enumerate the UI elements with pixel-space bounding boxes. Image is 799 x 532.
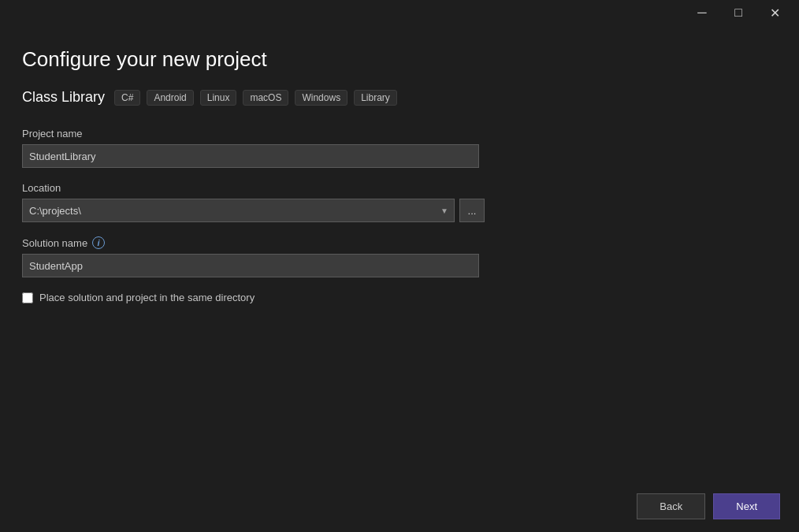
info-icon: i: [92, 236, 105, 249]
location-select[interactable]: C:\projects\: [22, 199, 455, 222]
project-type-name: Class Library: [22, 89, 105, 106]
same-dir-checkbox[interactable]: [22, 292, 33, 303]
title-bar: ─ □ ✕: [0, 0, 799, 25]
tag-macos: macOS: [243, 90, 288, 106]
next-button[interactable]: Next: [713, 493, 780, 519]
tag-csharp: C#: [114, 90, 140, 106]
minimize-button[interactable]: ─: [684, 0, 720, 25]
location-row: C:\projects\ ▼ ...: [22, 199, 777, 222]
same-dir-label: Place solution and project in the same d…: [39, 292, 255, 303]
solution-name-input[interactable]: [22, 254, 479, 277]
main-content: Configure your new project Class Library…: [0, 25, 799, 326]
tag-windows: Windows: [295, 90, 347, 106]
solution-name-group: Solution name i: [22, 236, 777, 277]
back-button[interactable]: Back: [637, 493, 705, 519]
tag-library: Library: [354, 90, 397, 106]
project-name-input[interactable]: [22, 144, 479, 168]
tag-android: Android: [147, 90, 193, 106]
project-type-row: Class Library C# Android Linux macOS Win…: [22, 89, 777, 106]
project-name-label: Project name: [22, 128, 777, 140]
browse-button[interactable]: ...: [459, 199, 485, 222]
location-select-wrapper: C:\projects\ ▼: [22, 199, 455, 222]
location-label: Location: [22, 182, 777, 194]
footer: Back Next: [0, 481, 799, 532]
project-name-group: Project name: [22, 128, 777, 168]
page-title: Configure your new project: [22, 47, 777, 72]
location-group: Location C:\projects\ ▼ ...: [22, 182, 777, 222]
maximize-button[interactable]: □: [720, 0, 756, 25]
close-button[interactable]: ✕: [756, 0, 793, 25]
solution-name-label: Solution name i: [22, 236, 777, 249]
same-dir-row: Place solution and project in the same d…: [22, 292, 777, 303]
tag-linux: Linux: [200, 90, 237, 106]
window-controls[interactable]: ─ □ ✕: [684, 0, 793, 25]
